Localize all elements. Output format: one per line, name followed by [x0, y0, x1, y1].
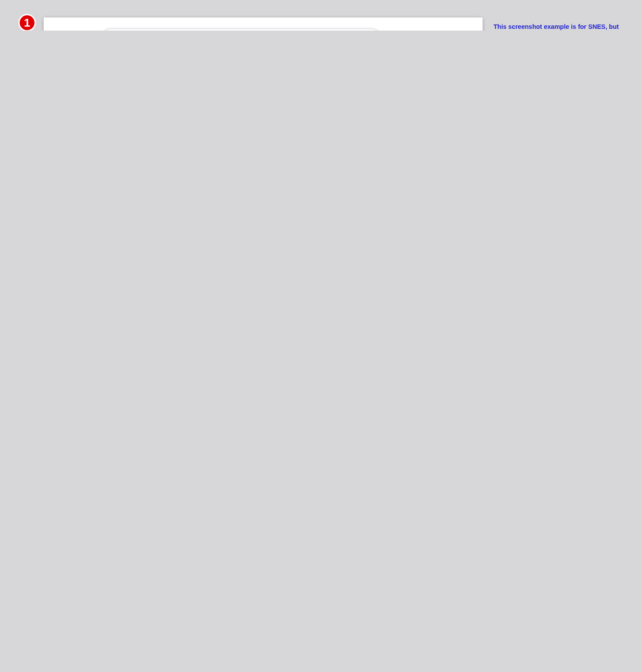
step-badge-1: 1	[18, 14, 36, 31]
search-box[interactable]: ✕	[101, 29, 381, 31]
instruction-sidebar: This screenshot example is for SNES, but…	[494, 23, 625, 31]
sidebar-intro: This screenshot example is for SNES, but…	[494, 23, 625, 31]
google-search-panel: Google ✕ 🔍 All ▶ Videos 📰 News 🏷 Shoppin…	[44, 17, 483, 31]
